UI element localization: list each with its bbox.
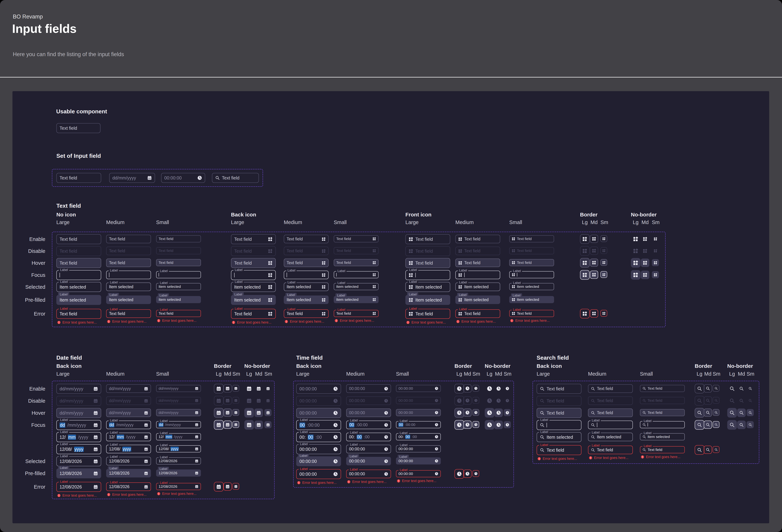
time-noborder-button-focus-lg[interactable] xyxy=(485,420,494,430)
search-border-button-error-lg[interactable] xyxy=(695,445,704,455)
text-field-disable-lg-g2[interactable]: Text field xyxy=(405,246,450,256)
text-border-button-error-md[interactable] xyxy=(590,309,598,317)
text-field-enable-sm-g2[interactable]: Text field xyxy=(509,235,554,242)
search-noborder-button-disable-md[interactable] xyxy=(737,396,746,405)
search-field-selected-sm[interactable]: LabelItem selected xyxy=(640,433,685,440)
date-field-error-lg[interactable]: Label12/08/2026Error text goes here... xyxy=(57,482,101,492)
date-border-button-hover-sm[interactable] xyxy=(233,409,239,416)
search-field-focus-md[interactable]: Label xyxy=(588,421,633,429)
search-field-disable-lg[interactable]: Text field xyxy=(537,396,581,406)
date-field-focus-md[interactable]: Label12/08/yyyy xyxy=(106,445,151,453)
text-field-prefilled-sm-g2[interactable]: LabelItem selected xyxy=(509,296,554,303)
text-border-button-error-sm[interactable] xyxy=(600,310,607,317)
text-field-enable-md-g1[interactable]: Text field xyxy=(284,235,329,243)
text-field-selected-lg-g2[interactable]: LabelItem selected xyxy=(405,282,450,292)
text-field-focus-lg-g2[interactable]: Label xyxy=(405,270,450,280)
time-field-focus-sm[interactable]: Label00:00:00 xyxy=(396,421,441,428)
time-field-error-md[interactable]: Label00:00:00Error text goes here... xyxy=(346,470,391,478)
date-field-focus-sm[interactable]: Labeldd/mm/yyyy xyxy=(156,421,201,428)
text-noborder-button-enable-sm[interactable] xyxy=(652,235,659,242)
text-noborder-button-focus-md[interactable] xyxy=(641,271,649,279)
search-field-enable-sm[interactable]: Text field xyxy=(640,385,685,392)
time-field-prefilled-md[interactable]: Label00:00:00 xyxy=(346,457,391,465)
text-field-hover-md-g1[interactable]: Text field xyxy=(284,259,329,267)
text-border-button-hover-md[interactable] xyxy=(590,259,598,267)
text-field-selected-sm-g0[interactable]: LabelItem selected xyxy=(156,283,201,290)
date-border-button-enable-sm[interactable] xyxy=(233,385,239,392)
text-field-hover-md-g2[interactable]: Text field xyxy=(455,259,500,267)
text-border-button-enable-md[interactable] xyxy=(590,235,598,243)
text-field-disable-lg-g1[interactable]: Text field xyxy=(231,246,276,256)
text-field-enable-sm-g1[interactable]: Text field xyxy=(334,235,379,242)
date-field-disable-sm[interactable]: dd/mm/yyyy xyxy=(156,397,201,404)
date-field-disable-md[interactable]: dd/mm/yyyy xyxy=(106,396,151,405)
time-field-focus-lg[interactable]: Label00:00:00 xyxy=(296,420,341,430)
text-field-focus-md-g2[interactable]: Label xyxy=(455,271,500,279)
time-border-button-hover-lg[interactable] xyxy=(455,408,464,418)
text-field-prefilled-sm-g1[interactable]: LabelItem selected xyxy=(334,296,379,303)
date-border-button-error-md[interactable] xyxy=(223,483,232,491)
search-field-disable-md[interactable]: Text field xyxy=(588,396,633,405)
date-border-button-disable-lg[interactable] xyxy=(214,396,223,406)
text-field-selected-lg-g0[interactable]: LabelItem selected xyxy=(57,282,101,292)
time-border-button-error-lg[interactable] xyxy=(455,469,464,479)
time-border-button-error-md[interactable] xyxy=(463,470,471,478)
text-field-focus-sm-g0[interactable]: Label xyxy=(156,271,201,278)
time-field-prefilled-sm[interactable]: Label00:00:00 xyxy=(396,457,441,464)
date-field-error-md[interactable]: Label12/08/2026Error text goes here... xyxy=(106,483,151,491)
text-field-focus-sm-g1[interactable]: Label xyxy=(334,271,379,278)
time-border-button-disable-sm[interactable] xyxy=(472,397,479,404)
text-field-error-lg-g0[interactable]: LabelText fieldError text goes here... xyxy=(57,309,101,319)
search-field-selected-lg[interactable]: LabelItem selected xyxy=(537,432,581,442)
text-field-error-lg-g2[interactable]: LabelText fieldError text goes here... xyxy=(405,309,450,319)
time-border-button-focus-md[interactable] xyxy=(463,421,471,429)
text-field-disable-sm-g1[interactable]: Text field xyxy=(334,247,379,254)
date-noborder-button-disable-sm[interactable] xyxy=(264,397,272,404)
text-field-error-lg-g1[interactable]: LabelText fieldError text goes here... xyxy=(231,309,276,319)
time-field-disable-md[interactable]: 00:00:00 xyxy=(346,396,391,405)
time-border-button-hover-sm[interactable] xyxy=(472,409,479,416)
text-noborder-button-hover-md[interactable] xyxy=(641,259,649,267)
text-border-button-focus-md[interactable] xyxy=(590,271,598,279)
time-field-disable-lg[interactable]: 00:00:00 xyxy=(296,396,341,406)
search-noborder-button-hover-lg[interactable] xyxy=(727,408,737,418)
search-noborder-button-focus-md[interactable] xyxy=(737,421,746,429)
time-border-button-hover-md[interactable] xyxy=(463,409,471,417)
text-field-hover-sm-g2[interactable]: Text field xyxy=(509,259,554,266)
time-noborder-button-focus-md[interactable] xyxy=(494,421,503,429)
time-noborder-button-disable-lg[interactable] xyxy=(485,396,494,406)
time-field-focus-md[interactable]: Label00:00:00 xyxy=(346,421,391,429)
search-border-button-enable-md[interactable] xyxy=(704,384,712,392)
text-field-disable-md-g1[interactable]: Text field xyxy=(284,246,329,255)
search-field-enable-md[interactable]: Text field xyxy=(588,384,633,393)
text-field-error-sm-g1[interactable]: LabelText fieldError text goes here... xyxy=(334,310,379,317)
time-field-focus-lg[interactable]: Label00:00:00 xyxy=(296,432,341,442)
time-field-error-sm[interactable]: Label00:00:00Error text goes here... xyxy=(396,470,441,477)
text-border-button-disable-sm[interactable] xyxy=(600,247,607,254)
date-field-prefilled-lg[interactable]: Label12/08/2026 xyxy=(57,468,101,478)
date-noborder-button-focus-sm[interactable] xyxy=(264,421,272,428)
time-field-focus-sm[interactable]: Label00:00:00 xyxy=(396,433,441,440)
search-border-button-enable-sm[interactable] xyxy=(713,385,719,392)
text-field-prefilled-md-g0[interactable]: LabelItem selected xyxy=(106,296,151,304)
time-noborder-button-hover-sm[interactable] xyxy=(504,409,511,416)
search-noborder-button-enable-sm[interactable] xyxy=(747,385,754,392)
text-field-prefilled-lg-g1[interactable]: LabelItem selected xyxy=(231,295,276,305)
text-field-disable-sm-g0[interactable]: Text field xyxy=(156,247,201,254)
date-field-focus-lg[interactable]: Label12/mm/yyyy xyxy=(57,432,101,442)
date-field-prefilled-md[interactable]: Label12/08/2026 xyxy=(106,469,151,478)
text-noborder-button-hover-sm[interactable] xyxy=(652,259,659,266)
date-field-selected-sm[interactable]: Label12/08/2026 xyxy=(156,457,201,464)
text-field-disable-sm-g2[interactable]: Text field xyxy=(509,247,554,254)
search-field-disable-sm[interactable]: Text field xyxy=(640,397,685,404)
date-field-focus-sm[interactable]: Label12/08/yyyy xyxy=(156,445,201,452)
text-field-error-md-g0[interactable]: LabelText fieldError text goes here... xyxy=(106,309,151,318)
search-border-button-focus-sm[interactable] xyxy=(713,421,719,428)
text-field-error-md-g2[interactable]: LabelText fieldError text goes here... xyxy=(455,309,500,318)
text-noborder-button-hover-lg[interactable] xyxy=(631,258,640,268)
text-field-prefilled-md-g1[interactable]: LabelItem selected xyxy=(284,296,329,304)
text-field-prefilled-md-g2[interactable]: LabelItem selected xyxy=(455,296,500,304)
text-field-hover-sm-g1[interactable]: Text field xyxy=(334,259,379,266)
date-noborder-button-hover-lg[interactable] xyxy=(244,408,254,418)
time-field-selected-sm[interactable]: Label00:00:00 xyxy=(396,445,441,452)
